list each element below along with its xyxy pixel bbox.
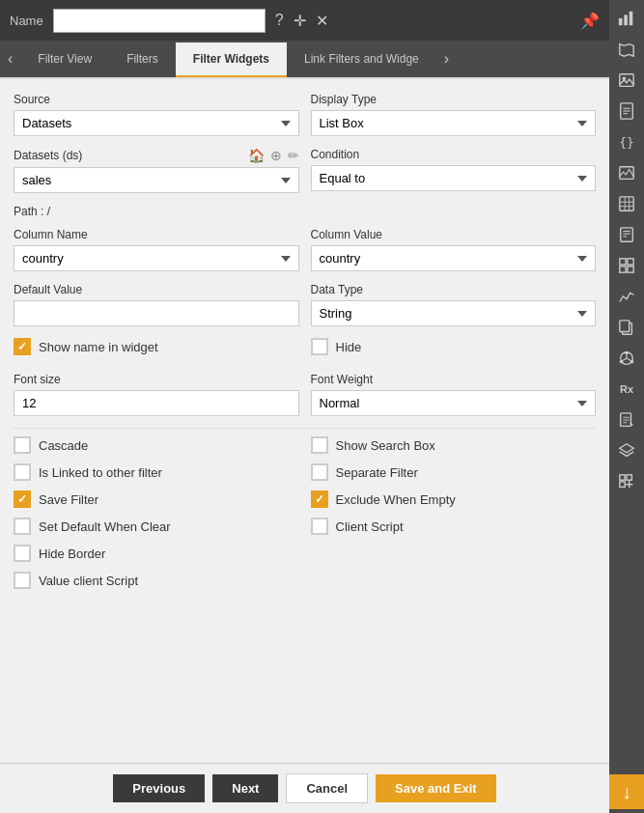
home-icon[interactable]: 🏠 [248, 148, 265, 163]
is-linked-label[interactable]: Is Linked to other filter [39, 465, 162, 480]
sidebar-icon-chart2[interactable] [611, 282, 642, 311]
cascade-row: Cascade [14, 436, 299, 454]
column-name-select[interactable]: country [14, 245, 299, 271]
exclude-when-empty-row: Exclude When Empty [311, 491, 597, 508]
tab-filter-widgets[interactable]: Filter Widgets [176, 42, 287, 77]
hide-checkbox-row: Hide [311, 338, 597, 355]
client-script-row: Client Script [311, 518, 597, 535]
save-filter-checkbox[interactable] [14, 491, 31, 508]
font-size-input[interactable] [14, 390, 299, 416]
checkboxes-grid: Cascade Is Linked to other filter Save F… [14, 436, 596, 599]
tab-prev-arrow[interactable]: ‹ [0, 41, 20, 77]
previous-button[interactable]: Previous [113, 774, 205, 802]
condition-select[interactable]: Equal to [311, 165, 597, 191]
svg-rect-22 [628, 266, 633, 272]
value-client-script-label[interactable]: Value client Script [39, 574, 138, 588]
hide-label[interactable]: Hide [336, 340, 362, 354]
hide-border-row: Hide Border [14, 545, 299, 562]
checkboxes-right: Show Search Box Separate Filter Exclude … [311, 436, 597, 599]
edit-icon[interactable]: ✏ [288, 148, 299, 163]
show-search-box-checkbox[interactable] [311, 436, 328, 454]
sidebar-icon-bar-chart[interactable] [611, 4, 642, 33]
header: Name country ▼ ? ✛ ✕ 📌 [0, 0, 609, 41]
svg-rect-1 [624, 14, 628, 25]
checkboxes-left: Cascade Is Linked to other filter Save F… [14, 436, 299, 599]
name-label: Name [10, 14, 43, 28]
separate-filter-label[interactable]: Separate Filter [336, 465, 418, 480]
help-icon[interactable]: ? [275, 12, 284, 30]
hide-checkbox[interactable] [311, 338, 328, 355]
client-script-checkbox[interactable] [311, 518, 328, 535]
sidebar-icon-image[interactable] [611, 66, 642, 95]
sidebar-icon-photo[interactable] [611, 158, 642, 187]
hide-border-label[interactable]: Hide Border [39, 547, 105, 561]
sidebar-icon-report[interactable] [611, 220, 642, 249]
sidebar-icon-layers[interactable] [611, 436, 642, 465]
sidebar-icon-table[interactable] [611, 189, 642, 218]
display-type-select[interactable]: List Box [311, 110, 597, 136]
tab-filters[interactable]: Filters [109, 42, 176, 75]
save-filter-label[interactable]: Save Filter [39, 492, 98, 507]
show-name-label[interactable]: Show name in widget [39, 340, 158, 354]
cascade-checkbox[interactable] [14, 436, 31, 454]
move-icon[interactable]: ✛ [294, 12, 306, 30]
form-area: Source Datasets Display Type List Box Da… [0, 79, 609, 763]
column-value-select[interactable]: country [311, 245, 597, 271]
next-button[interactable]: Next [212, 774, 278, 802]
sidebar-icon-grid-plus[interactable] [611, 467, 642, 496]
show-name-col: Show name in widget [14, 338, 299, 365]
exclude-when-empty-label[interactable]: Exclude When Empty [336, 492, 456, 507]
show-search-box-label[interactable]: Show Search Box [336, 438, 435, 453]
sidebar-icon-doc2[interactable] [611, 406, 642, 435]
sidebar-icon-link[interactable] [611, 251, 642, 280]
source-select[interactable]: Datasets [14, 110, 299, 136]
close-icon[interactable]: ✕ [316, 12, 328, 30]
sidebar-icon-network[interactable] [611, 344, 642, 373]
pin-icon[interactable]: 📌 [580, 12, 600, 30]
sidebar-icon-map[interactable] [611, 35, 642, 64]
svg-rect-10 [620, 197, 633, 210]
column-name-col: Column Name country [14, 228, 299, 271]
set-default-checkbox[interactable] [14, 518, 31, 535]
show-name-checkbox[interactable] [14, 338, 31, 355]
name-select[interactable]: country ▼ [53, 9, 266, 33]
tab-filter-view[interactable]: Filter View [20, 42, 109, 75]
default-value-input[interactable] [14, 300, 299, 326]
data-type-select[interactable]: String [311, 300, 597, 326]
hide-border-checkbox[interactable] [14, 545, 31, 562]
default-value-col: Default Value [14, 283, 299, 326]
sidebar-icon-code[interactable]: {} [611, 127, 642, 156]
datasets-select[interactable]: sales [14, 167, 299, 193]
path-row: Path : / [14, 205, 596, 218]
sidebar-download-button[interactable]: ↓ [609, 774, 644, 809]
sidebar-icon-doc[interactable] [611, 97, 642, 126]
svg-rect-19 [620, 259, 626, 265]
tab-link-filters[interactable]: Link Filters and Widge [287, 42, 436, 75]
sidebar-icon-rx[interactable]: Rx [611, 375, 642, 404]
tab-next-arrow[interactable]: › [436, 41, 457, 77]
svg-rect-40 [620, 482, 625, 487]
svg-point-27 [630, 360, 634, 364]
name-value: country [62, 14, 103, 28]
separate-filter-checkbox[interactable] [311, 463, 328, 481]
source-label: Source [14, 93, 299, 106]
font-weight-select[interactable]: Normal [311, 390, 597, 416]
cascade-label[interactable]: Cascade [39, 438, 88, 453]
client-script-label[interactable]: Client Script [336, 519, 404, 534]
font-weight-col: Font Weight Normal [311, 373, 597, 416]
column-value-label: Column Value [311, 228, 597, 241]
value-client-script-checkbox[interactable] [14, 572, 31, 589]
save-and-exit-button[interactable]: Save and Exit [376, 774, 496, 802]
datasets-condition-row: Datasets (ds) 🏠 ⊕ ✏ sales Condition Equa… [14, 148, 596, 193]
font-row: Font size Font Weight Normal [14, 373, 596, 416]
font-size-label: Font size [14, 373, 299, 386]
add-icon[interactable]: ⊕ [270, 148, 282, 163]
svg-point-28 [620, 360, 624, 364]
exclude-when-empty-checkbox[interactable] [311, 491, 328, 508]
source-display-row: Source Datasets Display Type List Box [14, 93, 596, 136]
is-linked-checkbox[interactable] [14, 463, 31, 481]
cancel-button[interactable]: Cancel [286, 773, 368, 803]
set-default-label[interactable]: Set Default When Clear [39, 519, 171, 534]
datasets-icon-group: 🏠 ⊕ ✏ [248, 148, 299, 163]
sidebar-icon-copy[interactable] [611, 313, 642, 342]
